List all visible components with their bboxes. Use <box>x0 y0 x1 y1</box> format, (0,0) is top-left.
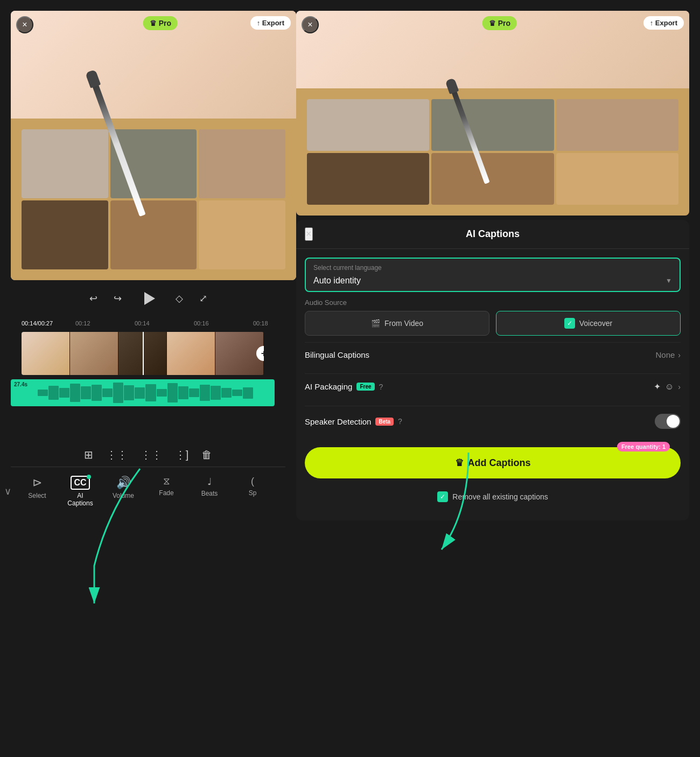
playback-controls: ↩ ↪ ◇ ⤢ <box>11 280 285 317</box>
select-icon: ⊳ <box>32 476 42 490</box>
right-palette-cell-5 <box>431 153 554 205</box>
waveform-track: 27.4s <box>11 379 275 406</box>
right-video-close-button[interactable]: × <box>302 16 319 33</box>
bilingual-captions-row: Bilingual Captions None › <box>305 342 681 367</box>
panel-header: × AI Captions <box>296 220 689 249</box>
time-marker-14: 00:14 <box>135 320 150 327</box>
trim-tool[interactable]: ⋮] <box>175 448 189 461</box>
palette-area <box>11 119 296 280</box>
timeline-track: + <box>22 332 264 375</box>
right-palette-cell-6 <box>556 153 678 205</box>
palette-cell-5 <box>110 200 197 269</box>
add-captions-button[interactable]: ♛ Add Captions <box>305 447 681 478</box>
speaker-detection-info-icon[interactable]: ? <box>398 417 402 426</box>
speaker-detection-row: Speaker Detection Beta ? <box>305 406 681 436</box>
add-captions-crown-icon: ♛ <box>455 457 464 469</box>
voiceover-check-icon: ✓ <box>564 318 575 329</box>
speaker-detection-label: Speaker Detection Beta ? <box>305 417 402 426</box>
ai-captions-label: AI Captions <box>67 492 93 508</box>
right-palette-cell-2 <box>431 99 554 151</box>
right-export-button[interactable]: ↑ Export <box>643 16 684 30</box>
crown-icon: ♛ <box>150 19 157 27</box>
panel-close-button[interactable]: × <box>305 227 313 241</box>
tab-select[interactable]: ⊳ Select <box>16 471 59 512</box>
keyframe-button[interactable]: ◇ <box>176 293 183 304</box>
tab-beats[interactable]: ♩ Beats <box>188 471 231 512</box>
panel-body: Select current language Auto identity ▼ … <box>296 249 689 517</box>
voiceover-button[interactable]: ✓ Voiceover <box>496 311 681 336</box>
tab-ai-captions[interactable]: CC AI Captions <box>59 471 102 512</box>
emoji-icon: ☺ <box>665 382 674 392</box>
collapse-button-wrapper: ∨ <box>0 471 16 512</box>
left-video-close-button[interactable]: × <box>16 16 33 33</box>
remove-captions-check-icon: ✓ <box>437 491 448 502</box>
empty-track-area <box>11 411 285 443</box>
right-palette-area <box>296 88 689 216</box>
right-palette-cell-4 <box>307 153 429 205</box>
thumb-4 <box>167 332 215 375</box>
bilingual-chevron-icon: › <box>678 351 681 359</box>
left-video-frame <box>11 11 296 280</box>
video-source-icon: 🎬 <box>371 319 380 328</box>
timeline-ruler: 00:14/00:27 00:12 00:14 00:16 00:18 <box>11 317 285 330</box>
ai-packaging-actions[interactable]: ✦ ☺ › <box>654 381 681 392</box>
language-selector[interactable]: Select current language Auto identity ▼ <box>305 258 681 292</box>
bilingual-captions-value[interactable]: None › <box>655 350 681 359</box>
tab-sp[interactable]: ( Sp <box>231 471 274 512</box>
time-marker-16: 00:16 <box>194 320 209 327</box>
sp-icon: ( <box>251 476 254 487</box>
expand-button[interactable]: ⤢ <box>199 293 207 304</box>
right-palette-grid <box>296 88 689 216</box>
timeline-playhead <box>143 332 144 375</box>
add-captions-section: Free quantity: 1 ♛ Add Captions <box>305 447 681 478</box>
thumb-2 <box>70 332 118 375</box>
palette-grid <box>11 119 296 280</box>
remove-captions-row[interactable]: ✓ Remove all existing captions <box>305 485 681 509</box>
tab-fade[interactable]: ⧖ Fade <box>145 471 188 512</box>
split-tool[interactable]: ⋮⋮ <box>106 448 128 461</box>
language-selector-value: Auto identity ▼ <box>313 276 672 286</box>
collapse-panel-button[interactable]: ∨ <box>4 485 11 497</box>
play-button[interactable] <box>138 288 159 309</box>
split-tool-2[interactable]: ⋮⋮ <box>141 448 162 461</box>
right-video-frame <box>296 11 689 216</box>
ai-packaging-info-icon[interactable]: ? <box>379 383 383 391</box>
add-subtitle-tool[interactable]: ⊞ <box>84 448 93 461</box>
fade-icon: ⧖ <box>163 476 170 487</box>
speaker-detection-toggle[interactable] <box>655 414 681 429</box>
nav-tabs-bar: ∨ ⊳ Select CC AI Captions 🔊 Volume ⧖ Fad… <box>0 467 285 520</box>
audio-source-row: 🎬 From Video ✓ Voiceover <box>305 311 681 336</box>
tab-volume[interactable]: 🔊 Volume <box>102 471 145 512</box>
time-marker-12: 00:12 <box>75 320 90 327</box>
left-export-button[interactable]: ↑ Export <box>250 16 291 30</box>
bilingual-captions-label: Bilingual Captions <box>305 350 369 359</box>
undo-button[interactable]: ↩ <box>89 293 97 304</box>
delete-tool[interactable]: 🗑 <box>201 448 212 461</box>
palette-cell-1 <box>22 129 108 198</box>
beats-icon: ♩ <box>207 476 212 488</box>
panel-title: AI Captions <box>466 228 520 240</box>
right-palette-cell-3 <box>556 99 678 151</box>
audio-source-section: Audio Source 🎬 From Video ✓ Voiceover <box>305 298 681 336</box>
free-quantity-badge: Free quantity: 1 <box>617 442 670 452</box>
sparkle-icon: ✦ <box>654 381 661 392</box>
ai-packaging-row: AI Packaging Free ? ✦ ☺ › <box>305 373 681 399</box>
from-video-button[interactable]: 🎬 From Video <box>305 311 489 336</box>
fade-label: Fade <box>159 489 173 497</box>
toggle-thumb <box>667 415 680 428</box>
audio-source-label: Audio Source <box>305 298 681 307</box>
palette-cell-3 <box>199 129 285 198</box>
volume-label: Volume <box>113 492 134 499</box>
palette-cell-6 <box>199 200 285 269</box>
right-crown-icon: ♛ <box>489 19 496 27</box>
volume-icon: 🔊 <box>116 476 131 490</box>
beats-label: Beats <box>201 490 218 497</box>
ai-packaging-chevron-icon: › <box>678 383 681 391</box>
sp-label: Sp <box>249 489 257 497</box>
ai-packaging-label: AI Packaging Free ? <box>305 382 383 391</box>
ai-captions-icon: CC <box>71 476 89 490</box>
left-pro-badge[interactable]: ♛ Pro <box>143 16 178 30</box>
thumb-1 <box>22 332 70 375</box>
redo-button[interactable]: ↪ <box>114 293 122 304</box>
right-pro-badge[interactable]: ♛ Pro <box>482 16 517 30</box>
